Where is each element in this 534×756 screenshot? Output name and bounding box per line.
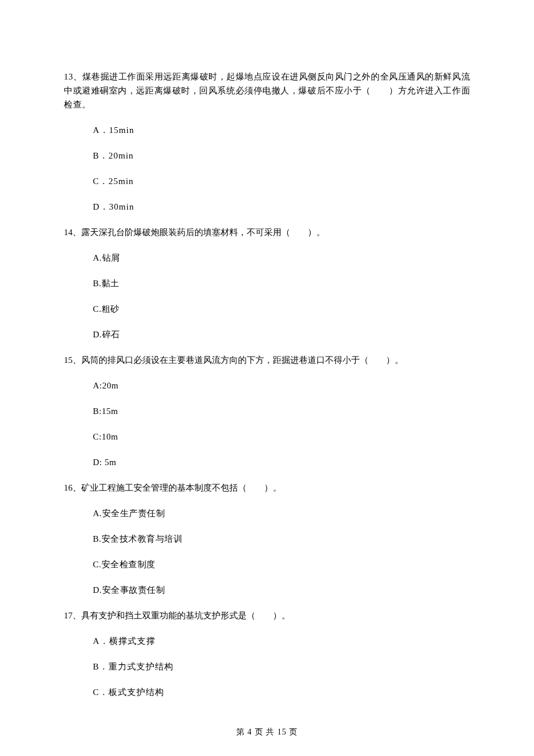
question-14-stem: 14、露天深孔台阶爆破炮眼装药后的填塞材料，不可采用（ ）。	[64, 228, 325, 237]
question-14-option-a: A.钻屑	[93, 251, 470, 265]
question-13-option-a: A．15min	[93, 123, 470, 137]
question-13-option-b: B．20min	[93, 149, 470, 163]
question-16-option-d: D.安全事故责任制	[93, 583, 470, 597]
page-number: 第 4 页 共 15 页	[236, 728, 298, 736]
question-14: 14、露天深孔台阶爆破炮眼装药后的填塞材料，不可采用（ ）。	[64, 225, 470, 239]
question-16-option-b: B.安全技术教育与培训	[93, 532, 470, 546]
question-17-option-c: C．板式支护结构	[93, 685, 470, 699]
question-13-stem: 13、煤巷掘进工作面采用远距离爆破时，起爆地点应设在进风侧反向风门之外的全风压通…	[64, 72, 470, 109]
question-14-option-b: B.黏土	[93, 276, 470, 290]
question-15-option-c: C:10m	[93, 430, 470, 444]
question-17-option-a: A．横撑式支撑	[93, 634, 470, 648]
question-16: 16、矿业工程施工安全管理的基本制度不包括（ ）。	[64, 481, 470, 495]
question-16-options: A.安全生产责任制 B.安全技术教育与培训 C.安全检查制度 D.安全事故责任制	[64, 506, 470, 597]
question-16-option-c: C.安全检查制度	[93, 557, 470, 571]
question-13-options: A．15min B．20min C．25min D．30min	[64, 123, 470, 214]
question-14-option-c: C.粗砂	[93, 302, 470, 316]
page-footer: 第 4 页 共 15 页	[0, 726, 534, 739]
question-17: 17、具有支护和挡土双重功能的基坑支护形式是（ ）。	[64, 609, 470, 622]
question-16-stem: 16、矿业工程施工安全管理的基本制度不包括（ ）。	[64, 483, 282, 492]
question-16-option-a: A.安全生产责任制	[93, 506, 470, 520]
question-17-stem: 17、具有支护和挡土双重功能的基坑支护形式是（ ）。	[64, 611, 290, 620]
question-15-option-d: D: 5m	[93, 455, 470, 469]
question-15: 15、风筒的排风口必须设在主要巷道风流方向的下方，距掘进巷道口不得小于（ ）。	[64, 353, 470, 367]
question-15-option-a: A:20m	[93, 379, 470, 393]
question-17-option-b: B．重力式支护结构	[93, 660, 470, 674]
question-15-options: A:20m B:15m C:10m D: 5m	[64, 379, 470, 469]
question-15-stem: 15、风筒的排风口必须设在主要巷道风流方向的下方，距掘进巷道口不得小于（ ）。	[64, 355, 403, 365]
question-14-options: A.钻屑 B.黏土 C.粗砂 D.碎石	[64, 251, 470, 341]
question-14-option-d: D.碎石	[93, 327, 470, 341]
question-17-options: A．横撑式支撑 B．重力式支护结构 C．板式支护结构	[64, 634, 470, 699]
question-15-option-b: B:15m	[93, 404, 470, 418]
question-13-option-c: C．25min	[93, 174, 470, 188]
question-13: 13、煤巷掘进工作面采用远距离爆破时，起爆地点应设在进风侧反向风门之外的全风压通…	[64, 70, 470, 111]
question-13-option-d: D．30min	[93, 200, 470, 214]
document-page: 13、煤巷掘进工作面采用远距离爆破时，起爆地点应设在进风侧反向风门之外的全风压通…	[0, 0, 534, 756]
